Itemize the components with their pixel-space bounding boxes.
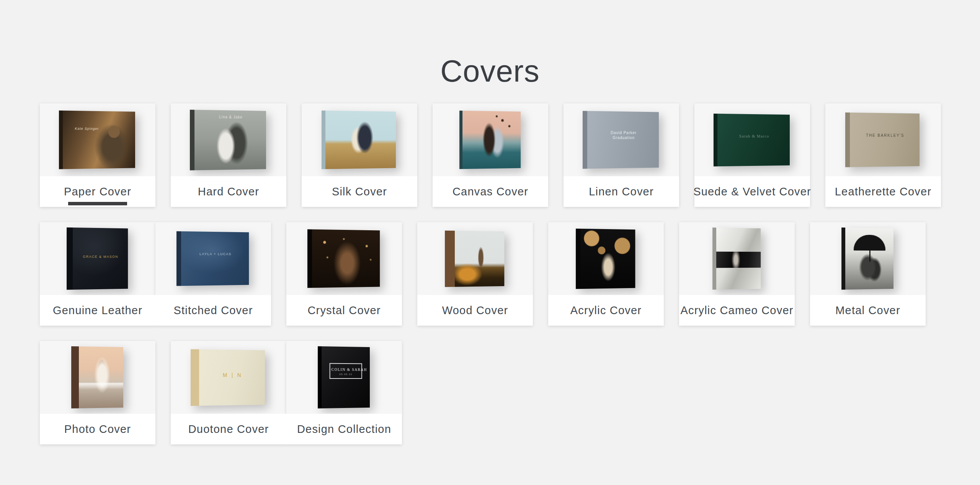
cover-label: Canvas Cover: [452, 185, 528, 198]
album-front-cover: GRACE & MASON: [73, 228, 128, 290]
album-graphic: [712, 228, 761, 290]
cover-thumbnail: [679, 222, 795, 295]
cover-label: Genuine Leather: [53, 304, 142, 317]
cover-label: Wood Cover: [442, 304, 508, 317]
cover-thumbnail: [433, 103, 548, 176]
album-graphic: [576, 228, 635, 289]
album-graphic: [459, 111, 521, 169]
cover-label: Silk Cover: [332, 185, 387, 198]
cover-label: Acrylic Cameo Cover: [680, 304, 793, 317]
album-spine: [576, 228, 580, 289]
cover-card-acrylic-cameo-cover[interactable]: Acrylic Cameo Cover: [679, 222, 795, 326]
album-spine: [841, 228, 845, 290]
album-front-cover: Kate Spinger: [63, 111, 135, 169]
cover-thumbnail: THE BARKLEY'S: [825, 103, 941, 176]
album-front-cover: [325, 111, 396, 169]
album-graphic: [322, 110, 396, 169]
covers-row-2: GRACE & MASONGenuine LeatherLAYLA + LUCA…: [40, 222, 941, 326]
cover-card-linen-cover[interactable]: David Parker GraduationLinen Cover: [564, 103, 679, 207]
cover-card-genuine-leather[interactable]: GRACE & MASONGenuine Leather: [40, 222, 155, 326]
cover-card-leatherette-cover[interactable]: THE BARKLEY'SLeatherette Cover: [825, 103, 941, 207]
album-front-cover: Lina & Jake: [194, 110, 266, 170]
album-graphic: THE BARKLEY'S: [845, 113, 920, 167]
cover-thumbnail: [417, 222, 533, 295]
cover-thumbnail: [810, 222, 926, 295]
album-spine: [713, 113, 717, 166]
covers-row-3: Photo CoverM | NDuotone CoverCOLIN & SAR…: [40, 341, 417, 444]
album-graphic: Lina & Jake: [189, 110, 266, 170]
cover-label: Design Collection: [297, 423, 391, 436]
cover-thumbnail: COLIN & SARAH05.05.22: [286, 341, 402, 414]
cover-label: Duotone Cover: [188, 423, 269, 436]
cover-label: Stitched Cover: [174, 304, 253, 317]
cover-label-area: Suede & Velvet Cover: [694, 176, 810, 207]
cover-imprint-text: GRACE & MASON: [73, 255, 128, 259]
cover-label: Crystal Cover: [307, 304, 381, 317]
cover-card-acrylic-cover[interactable]: Acrylic Cover: [548, 222, 664, 326]
album-graphic: M | N: [191, 349, 265, 406]
album-graphic: COLIN & SARAH05.05.22: [318, 346, 370, 408]
cover-label: Suede & Velvet Cover: [693, 185, 811, 198]
album-front-cover: [716, 228, 761, 290]
cover-label-area: Hard Cover: [171, 176, 286, 207]
album-graphic: David Parker Graduation: [582, 111, 658, 169]
cover-card-metal-cover[interactable]: Metal Cover: [810, 222, 926, 326]
page-title: Covers: [0, 54, 980, 89]
album-spine: [307, 229, 312, 288]
album-front-cover: [312, 229, 380, 288]
cover-imprint-text: M | N: [199, 372, 265, 378]
album-front-cover: [79, 346, 123, 408]
album-spine: [845, 113, 850, 167]
cover-imprint-subtext: 05.05.22: [332, 373, 361, 375]
umbrella-silhouette: [854, 234, 885, 251]
cover-label-area: Photo Cover: [40, 414, 155, 444]
cover-card-duotone-cover[interactable]: M | NDuotone Cover: [171, 341, 286, 444]
album-graphic: [445, 230, 504, 287]
cover-card-silk-cover[interactable]: Silk Cover: [302, 103, 417, 207]
album-front-cover: [462, 111, 521, 169]
cover-label: Linen Cover: [589, 185, 654, 198]
cover-label: Photo Cover: [64, 423, 131, 436]
album-front-cover: COLIN & SARAH05.05.22: [322, 346, 370, 408]
cover-thumbnail: David Parker Graduation: [564, 103, 679, 176]
cover-label: Paper Cover: [64, 185, 131, 198]
cover-card-paper-cover[interactable]: Kate SpingerPaper Cover: [40, 103, 155, 207]
cover-label-area: Metal Cover: [810, 295, 926, 326]
cover-label-area: Stitched Cover: [155, 295, 271, 326]
album-spine: [582, 111, 587, 169]
cover-label-area: Canvas Cover: [433, 176, 548, 207]
cover-label: Metal Cover: [835, 304, 900, 317]
album-front-cover: THE BARKLEY'S: [850, 113, 920, 167]
cover-card-photo-cover[interactable]: Photo Cover: [40, 341, 155, 444]
cover-thumbnail: LAYLA + LUCAS: [155, 222, 271, 295]
cover-imprint-text: Lina & Jake: [194, 115, 266, 120]
album-front-cover: [845, 228, 893, 290]
cover-thumbnail: [40, 341, 155, 414]
cover-card-canvas-cover[interactable]: Canvas Cover: [433, 103, 548, 207]
album-spine: [322, 110, 325, 169]
album-front-cover: David Parker Graduation: [587, 111, 659, 169]
cover-label-area: Leatherette Cover: [825, 176, 941, 207]
cover-thumbnail: GRACE & MASON: [40, 222, 155, 295]
cover-label-area: Paper Cover: [40, 176, 155, 207]
album-spine: [712, 228, 716, 290]
cover-label-area: Design Collection: [286, 414, 402, 444]
album-front-cover: LAYLA + LUCAS: [181, 231, 249, 286]
cover-card-suede-velvet-cover[interactable]: Sarah & MarcoSuede & Velvet Cover: [694, 103, 810, 207]
cameo-photo-strip: [716, 252, 761, 268]
cover-card-crystal-cover[interactable]: Crystal Cover: [286, 222, 402, 326]
cover-imprint-text: David Parker Graduation: [587, 131, 659, 140]
cover-label-area: Silk Cover: [302, 176, 417, 207]
cover-thumbnail: Sarah & Marco: [694, 103, 810, 176]
cover-card-design-collection[interactable]: COLIN & SARAH05.05.22Design Collection: [286, 341, 402, 444]
cover-card-hard-cover[interactable]: Lina & JakeHard Cover: [171, 103, 286, 207]
cover-label-area: Wood Cover: [417, 295, 533, 326]
cover-card-stitched-cover[interactable]: LAYLA + LUCASStitched Cover: [155, 222, 271, 326]
album-spine: [445, 230, 455, 287]
cover-label-area: Acrylic Cameo Cover: [679, 295, 795, 326]
cover-label-area: Crystal Cover: [286, 295, 402, 326]
selected-cover-indicator: [68, 202, 127, 205]
cover-thumbnail: M | N: [171, 341, 286, 414]
cover-card-wood-cover[interactable]: Wood Cover: [417, 222, 533, 326]
album-graphic: [841, 228, 893, 290]
